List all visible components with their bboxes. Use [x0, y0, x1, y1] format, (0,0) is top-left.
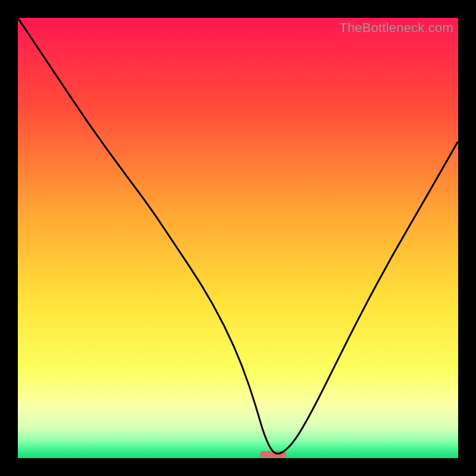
- bottleneck-chart: [18, 18, 458, 458]
- watermark-text: TheBottleneck.com: [339, 20, 453, 36]
- gradient-background: [18, 18, 458, 458]
- chart-frame: TheBottleneck.com: [18, 18, 458, 458]
